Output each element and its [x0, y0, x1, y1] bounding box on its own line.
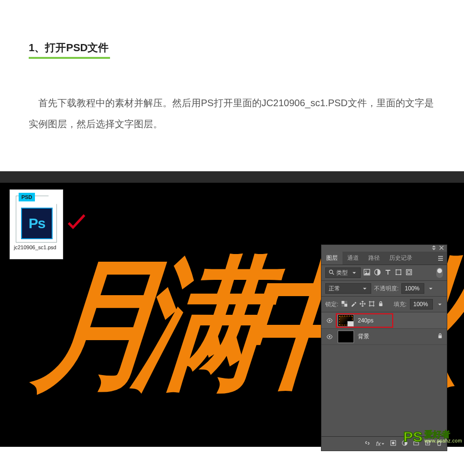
- psd-filename: jc210906_sc1.psd: [10, 243, 63, 251]
- fill-value: 100%: [413, 301, 428, 308]
- svg-rect-18: [439, 335, 442, 338]
- chevron-down-icon[interactable]: [427, 287, 434, 291]
- chevron-down-icon: [361, 287, 368, 291]
- panel-menu-icon[interactable]: [434, 252, 447, 265]
- svg-point-17: [329, 336, 330, 337]
- svg-point-16: [329, 320, 330, 321]
- opacity-label: 不透明度:: [374, 285, 398, 293]
- lock-pixels-icon[interactable]: [351, 301, 356, 308]
- canvas: PSD Ps jc210906_sc1.psd 月满中秋: [0, 183, 464, 447]
- blend-mode-value: 正常: [329, 285, 340, 293]
- close-icon[interactable]: [439, 245, 444, 252]
- heading-underline: [29, 57, 110, 59]
- svg-point-2: [365, 270, 367, 272]
- svg-rect-14: [370, 302, 374, 306]
- tab-channels[interactable]: 通道: [342, 252, 364, 265]
- search-icon: [329, 269, 334, 277]
- watermark-zh: 爱好者: [424, 430, 462, 439]
- layer-name: 背景: [358, 332, 369, 341]
- svg-rect-15: [379, 303, 383, 306]
- svg-rect-7: [396, 274, 397, 275]
- filter-smart-icon[interactable]: [406, 269, 412, 277]
- layer-filter-row: 类型: [321, 265, 447, 281]
- fill-input[interactable]: 100%: [410, 299, 433, 310]
- lock-position-icon[interactable]: [360, 301, 365, 308]
- layers-list: 240ps 背景: [321, 312, 447, 436]
- visibility-icon[interactable]: [325, 334, 334, 340]
- filter-adjust-icon[interactable]: [374, 269, 381, 277]
- collapse-icon[interactable]: [431, 245, 436, 252]
- filter-icons: [364, 269, 412, 277]
- watermark-logo: PS: [403, 429, 422, 445]
- svg-rect-13: [344, 304, 347, 307]
- filter-type-label: 类型: [336, 269, 348, 277]
- lock-transparent-icon[interactable]: [342, 301, 347, 308]
- lock-row: 锁定: 填充: 100%: [321, 297, 447, 312]
- svg-rect-10: [408, 271, 410, 274]
- opacity-input[interactable]: 100%: [401, 283, 424, 294]
- layer-thumb-smart: [338, 314, 354, 327]
- blend-mode-dropdown[interactable]: 正常: [325, 283, 371, 294]
- svg-rect-6: [400, 269, 401, 270]
- tab-layers[interactable]: 图层: [321, 252, 342, 265]
- chevron-down-icon[interactable]: [436, 302, 443, 307]
- panel-tabs: 图层 通道 路径 历史记录: [321, 252, 447, 265]
- panel-topbar: [321, 245, 447, 252]
- svg-rect-12: [342, 301, 344, 304]
- checkmark-icon: [66, 213, 87, 232]
- svg-rect-8: [400, 274, 401, 275]
- chevron-down-icon: [351, 271, 357, 275]
- artwork-text: 月满中秋: [22, 254, 351, 474]
- svg-point-20: [392, 442, 394, 444]
- opacity-value: 100%: [405, 285, 420, 292]
- filter-type-dropdown[interactable]: 类型: [325, 267, 361, 278]
- fill-label: 填充:: [394, 300, 407, 309]
- step-paragraph: 首先下载教程中的素材并解压。然后用PS打开里面的JC210906_sc1.PSD…: [29, 92, 435, 134]
- layer-mask-icon[interactable]: [390, 440, 396, 447]
- watermark-url: www.psahz.com: [424, 439, 462, 443]
- filter-toggle[interactable]: [436, 267, 443, 278]
- visibility-icon[interactable]: [325, 318, 334, 323]
- watermark: PS 爱好者 www.psahz.com: [403, 429, 462, 445]
- psd-file-thumb[interactable]: PSD Ps jc210906_sc1.psd: [10, 189, 63, 259]
- layer-fx-icon[interactable]: fx: [376, 440, 385, 447]
- file-shape: Ps: [16, 196, 57, 243]
- layers-panel: 图层 通道 路径 历史记录 类型: [321, 245, 447, 451]
- filter-pixel-icon[interactable]: [364, 269, 370, 277]
- layer-thumb-bg: [338, 331, 354, 343]
- lock-artboard-icon[interactable]: [369, 301, 375, 308]
- filter-text-icon[interactable]: [385, 269, 391, 277]
- lock-icon: [437, 333, 443, 340]
- layer-name: 240ps: [358, 317, 374, 324]
- layer-row[interactable]: 240ps: [321, 312, 447, 329]
- ps-logo: Ps: [21, 208, 53, 239]
- svg-rect-9: [407, 269, 412, 275]
- tab-paths[interactable]: 路径: [364, 252, 385, 265]
- link-layers-icon[interactable]: [365, 440, 370, 447]
- heading-text: 1、打开PSD文件: [29, 41, 435, 55]
- lock-label: 锁定:: [325, 300, 338, 309]
- svg-rect-5: [396, 269, 397, 270]
- lock-all-icon[interactable]: [378, 301, 384, 308]
- filter-shape-icon[interactable]: [395, 269, 402, 277]
- step-heading: 1、打开PSD文件: [29, 41, 435, 59]
- svg-point-0: [330, 270, 333, 273]
- tab-history[interactable]: 历史记录: [385, 252, 417, 265]
- svg-rect-4: [396, 270, 401, 275]
- psd-file-icon: PSD Ps: [16, 193, 57, 243]
- psd-badge: PSD: [19, 193, 35, 201]
- photoshop-area: PSD Ps jc210906_sc1.psd 月满中秋: [0, 171, 464, 444]
- blend-row: 正常 不透明度: 100%: [321, 281, 447, 297]
- layer-row[interactable]: 背景: [321, 329, 447, 345]
